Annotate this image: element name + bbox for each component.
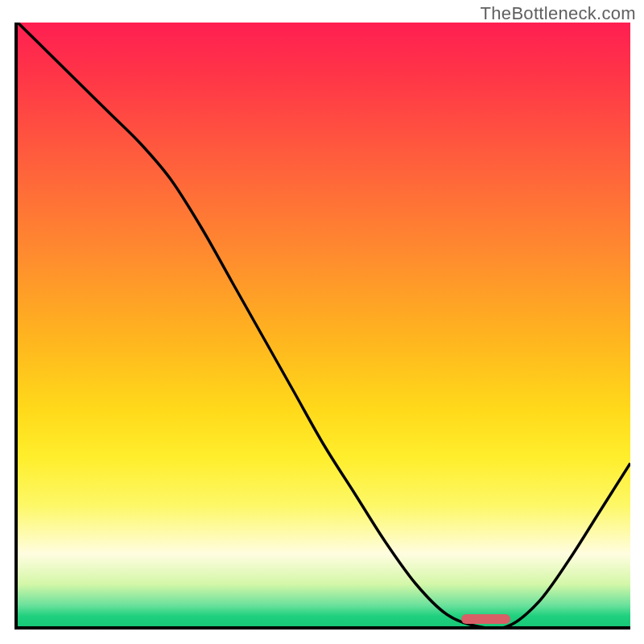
bottleneck-curve: [18, 23, 630, 626]
watermark-text: TheBottleneck.com: [481, 3, 636, 24]
optimal-range-marker: [461, 614, 510, 624]
plot-area: [14, 23, 630, 630]
chart-container: TheBottleneck.com: [0, 0, 644, 644]
